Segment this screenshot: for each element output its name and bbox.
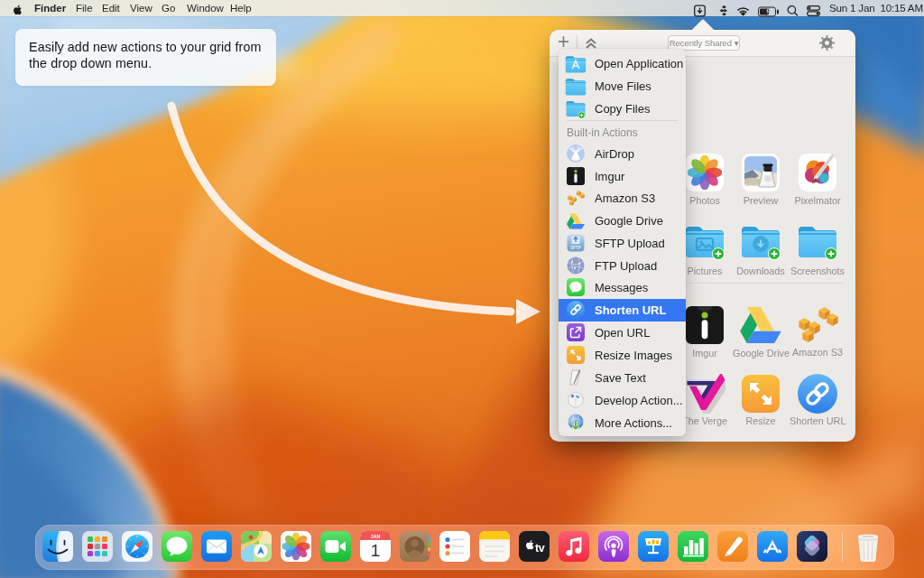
svg-text:1: 1 <box>371 541 381 560</box>
svg-text:JAN: JAN <box>370 534 380 539</box>
svg-text:tv: tv <box>535 542 545 555</box>
svg-text:SFTP: SFTP <box>570 246 581 250</box>
